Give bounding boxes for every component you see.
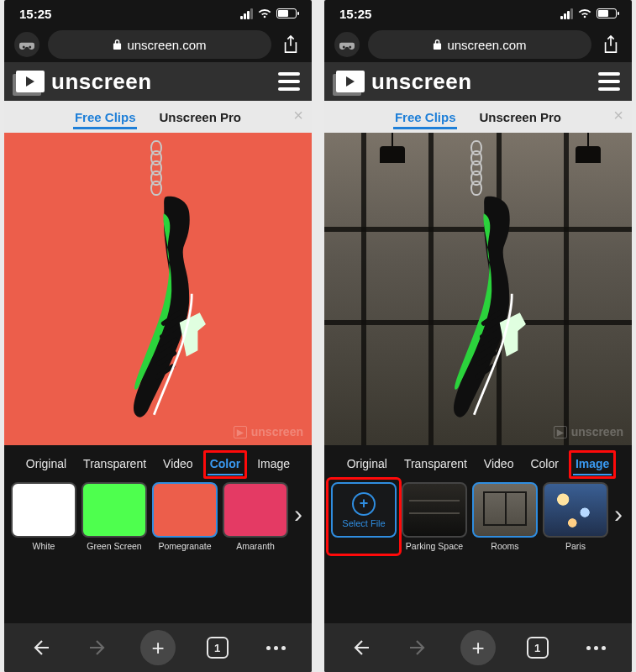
browser-toolbar: + 1 [324, 623, 632, 672]
tab-count: 1 [207, 637, 229, 659]
image-tile-paris[interactable]: Paris [543, 482, 608, 551]
lock-icon [433, 38, 442, 52]
app-header: unscreen [324, 62, 632, 101]
color-swatch-row: White Green Screen Pomegranate Amaranth … [4, 477, 312, 566]
scroll-right-chevron[interactable]: › [605, 496, 632, 533]
status-time: 15:25 [19, 7, 51, 21]
tab-free-clips[interactable]: Free Clips [395, 110, 456, 124]
brand[interactable]: unscreen [16, 69, 152, 95]
tab-unscreen-pro[interactable]: Unscreen Pro [479, 110, 561, 124]
wifi-icon [578, 7, 591, 21]
address-bar: unscreen.com [4, 27, 312, 62]
plan-tabs: Free Clips Unscreen Pro × [324, 101, 632, 133]
status-time: 15:25 [339, 7, 371, 21]
close-icon[interactable]: × [613, 106, 623, 125]
tabs-button[interactable]: 1 [521, 631, 555, 664]
swatch-label: Green Screen [87, 541, 141, 551]
swatch-label: White [33, 541, 55, 551]
share-icon[interactable] [600, 34, 622, 55]
menu-button[interactable] [278, 72, 300, 91]
address-pill[interactable]: unscreen.com [48, 30, 271, 59]
menu-button[interactable] [598, 72, 620, 91]
new-tab-button[interactable]: + [140, 630, 176, 665]
color-swatch-white[interactable]: White [11, 482, 76, 551]
bg-tab-image[interactable]: Image [574, 455, 611, 472]
forward-button[interactable] [81, 631, 115, 664]
phone-left: 15:25 unscreen.com [4, 0, 312, 672]
status-bar: 15:25 [324, 0, 632, 27]
tab-free-clips[interactable]: Free Clips [75, 110, 136, 124]
bg-tab-original[interactable]: Original [345, 455, 389, 472]
watermark: unscreen [234, 425, 303, 438]
privacy-icon[interactable] [334, 32, 360, 57]
signal-icon [560, 8, 573, 19]
image-tile-row: + Select File Parking Space Rooms Paris … [324, 477, 632, 566]
background-mode-tabs: Original Transparent Video Color Image [324, 445, 632, 477]
plus-icon: + [352, 492, 376, 516]
signal-icon [240, 8, 253, 19]
watermark: unscreen [554, 425, 623, 438]
forward-button[interactable] [402, 631, 435, 664]
shoe-icon [68, 168, 304, 441]
brand-logo-icon [336, 71, 365, 92]
bg-tab-video[interactable]: Video [482, 455, 516, 472]
close-icon[interactable]: × [293, 106, 303, 125]
image-tile-rooms[interactable]: Rooms [472, 482, 538, 551]
brand-logo-icon [16, 71, 45, 92]
background-mode-tabs: Original Transparent Video Color Image [4, 445, 312, 477]
bg-tab-video[interactable]: Video [161, 455, 195, 472]
bg-tab-color[interactable]: Color [528, 455, 560, 472]
back-button[interactable] [24, 631, 57, 664]
shoe-icon [388, 168, 624, 441]
swatch-label: Amaranth [236, 541, 275, 551]
plan-tabs: Free Clips Unscreen Pro × [4, 101, 312, 133]
lock-icon [113, 38, 122, 52]
more-button[interactable] [579, 631, 612, 664]
app-header: unscreen [4, 62, 312, 101]
bg-tab-original[interactable]: Original [24, 455, 68, 472]
battery-icon [597, 8, 617, 18]
new-tab-button[interactable]: + [460, 630, 496, 665]
tab-unscreen-pro[interactable]: Unscreen Pro [159, 110, 241, 124]
bg-tab-image-label: Image [576, 457, 609, 470]
bg-tab-transparent[interactable]: Transparent [81, 455, 148, 472]
status-bar: 15:25 [4, 0, 312, 27]
swatch-label: Parking Space [406, 541, 463, 551]
phone-right: 15:25 unscreen.com [324, 0, 632, 672]
brand[interactable]: unscreen [336, 69, 472, 95]
swatch-label: Paris [565, 541, 586, 551]
address-domain: unscreen.com [127, 38, 206, 52]
swatch-label: Rooms [491, 541, 518, 551]
color-swatch-amaranth[interactable]: Amaranth [223, 482, 288, 551]
swatch-label: Pomegranate [158, 541, 211, 551]
select-file-label: Select File [342, 518, 385, 528]
brand-name: unscreen [51, 69, 152, 95]
bg-tab-transparent[interactable]: Transparent [402, 455, 469, 472]
tabs-button[interactable]: 1 [201, 631, 234, 664]
scroll-right-chevron[interactable]: › [285, 496, 312, 533]
color-swatch-pomegranate[interactable]: Pomegranate [152, 482, 218, 551]
bg-tab-image[interactable]: Image [255, 455, 292, 472]
address-domain: unscreen.com [447, 38, 526, 52]
select-file-button[interactable]: + Select File [331, 482, 397, 551]
address-bar: unscreen.com [324, 27, 632, 62]
tab-count: 1 [527, 637, 549, 659]
color-swatch-green-screen[interactable]: Green Screen [81, 482, 147, 551]
brand-name: unscreen [371, 69, 472, 95]
bg-tab-color[interactable]: Color [208, 455, 243, 472]
foreground-subject [386, 140, 570, 426]
foreground-subject [66, 140, 250, 426]
more-button[interactable] [259, 631, 292, 664]
image-tile-parking-space[interactable]: Parking Space [402, 482, 467, 551]
preview-area: unscreen [4, 133, 312, 445]
bg-tab-color-label: Color [210, 457, 241, 470]
wifi-icon [258, 7, 271, 21]
browser-toolbar: + 1 [4, 623, 312, 672]
back-button[interactable] [344, 631, 377, 664]
battery-icon [276, 8, 297, 18]
privacy-icon[interactable] [14, 32, 39, 57]
address-pill[interactable]: unscreen.com [368, 30, 591, 59]
preview-area: unscreen [324, 133, 632, 445]
share-icon[interactable] [280, 34, 302, 55]
